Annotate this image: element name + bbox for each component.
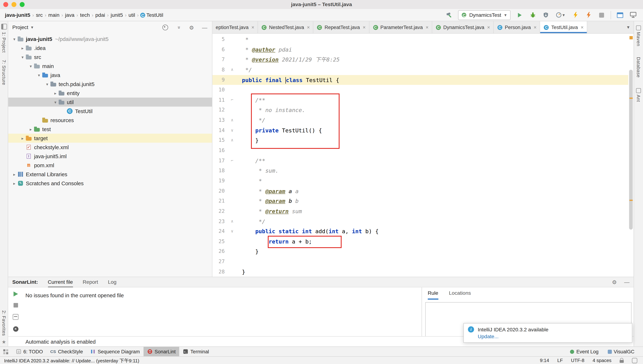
tab-rule[interactable]: Rule xyxy=(428,287,438,300)
run-button[interactable] xyxy=(516,11,524,19)
tree-item-entity[interactable]: ▸entity xyxy=(8,88,212,98)
tool-button-maven[interactable]: Maven xyxy=(636,26,641,46)
code-line-16[interactable]: 16 xyxy=(212,146,628,156)
debug-bug-icon[interactable] xyxy=(528,11,537,19)
tree-item-checkstyle-xml[interactable]: checkstyle.xml xyxy=(8,143,212,152)
breadcrumb-item-tech[interactable]: tech xyxy=(80,12,90,18)
line-separator[interactable]: LF xyxy=(557,358,563,363)
stop-analysis-icon[interactable] xyxy=(13,303,18,308)
breadcrumb-item-main[interactable]: main xyxy=(48,12,60,18)
tab-close-icon[interactable]: × xyxy=(487,24,490,30)
code-line-13[interactable]: 13∧ */ xyxy=(212,115,628,125)
hide-panel-icon[interactable]: ― xyxy=(201,24,208,31)
tool-button-database[interactable]: Database xyxy=(636,57,641,78)
favorites-star-icon[interactable]: ★ xyxy=(2,339,6,345)
breadcrumb-item-java[interactable]: java xyxy=(65,12,74,18)
editor-tab-person-java[interactable]: Person.java× xyxy=(494,21,540,33)
code-line-28[interactable]: 28} xyxy=(212,267,628,277)
tree-item-idea[interactable]: ▸.idea xyxy=(8,44,212,52)
breadcrumb-item-src[interactable]: src xyxy=(36,12,43,18)
tool-button-terminal[interactable]: Terminal xyxy=(179,347,213,356)
code-line-17[interactable]: 17⌐ /** xyxy=(212,156,628,166)
editor-tab-nestedtest-java[interactable]: NestedTest.java× xyxy=(258,21,314,33)
fold-marker-icon[interactable]: ∧ xyxy=(225,136,240,146)
tool-button-structure[interactable]: 7: Structure xyxy=(2,60,6,85)
tool-button-visualgc[interactable]: VisualGC xyxy=(604,347,638,356)
tree-item-scratches-and-consoles[interactable]: ▸Scratches and Consoles xyxy=(8,179,212,188)
tab-close-icon[interactable]: × xyxy=(534,24,536,30)
code-line-10[interactable]: 10 xyxy=(212,85,628,95)
code-line-11[interactable]: 11⌐ /** xyxy=(212,95,628,105)
status-message[interactable]: IntelliJ IDEA 2020.3.2 available: // Upd… xyxy=(0,357,139,364)
editor-scrollbar[interactable] xyxy=(628,34,634,277)
file-encoding[interactable]: UTF-8 xyxy=(571,358,584,363)
tree-expand-arrow[interactable]: ▾ xyxy=(44,82,50,86)
breadcrumb-item-util[interactable]: util xyxy=(128,12,135,18)
fold-marker-icon[interactable]: ∨ xyxy=(225,226,240,236)
tab-close-icon[interactable]: × xyxy=(426,24,428,30)
tree-item-java[interactable]: ▾java xyxy=(8,70,212,80)
tree-item-src[interactable]: ▾src xyxy=(8,52,212,62)
code-line-20[interactable]: 20 * @param a a xyxy=(212,186,628,196)
sonarlint-tab-current-file[interactable]: Current file xyxy=(48,277,73,287)
tool-button-sequence-diagram[interactable]: Sequence Diagram xyxy=(86,347,144,356)
tab-close-icon[interactable]: × xyxy=(363,24,366,30)
tool-button-favorites[interactable]: 2: Favorites xyxy=(2,310,6,336)
tool-button-event-log[interactable]: Event Log xyxy=(566,347,602,356)
tree-expand-arrow[interactable]: ▸ xyxy=(20,136,26,140)
editor-tab-eptiontest-java[interactable]: eptionTest.java× xyxy=(212,21,258,33)
tree-expand-arrow[interactable]: ▸ xyxy=(52,91,58,95)
tree-expand-arrow[interactable]: ▾ xyxy=(36,73,42,77)
profile-cpu-bolt-icon[interactable] xyxy=(571,11,579,19)
breadcrumb-item-pdai[interactable]: pdai xyxy=(96,12,105,18)
tree-item-main[interactable]: ▾main xyxy=(8,62,212,70)
editor-tab-dynamicstest-java[interactable]: DynamicsTest.java× xyxy=(432,21,494,33)
code-line-7[interactable]: 7 * @version 2021/1/29 下午8:25 xyxy=(212,55,628,65)
breadcrumb-item-java-junit5[interactable]: java-junit5 xyxy=(5,12,30,18)
profile-alloc-bolt-icon[interactable] xyxy=(584,11,592,19)
breadcrumb-item-junit5[interactable]: junit5 xyxy=(110,12,123,18)
project-tool-icon[interactable] xyxy=(1,24,7,30)
tree-item-java-junit5-iml[interactable]: java-junit5.iml xyxy=(8,152,212,161)
breadcrumb-item-testutil[interactable]: TestUtil xyxy=(146,12,163,18)
tree-item-target[interactable]: ▸target xyxy=(8,134,212,143)
sonarlint-tab-report[interactable]: Report xyxy=(83,277,98,287)
tool-button-6-todo[interactable]: 6: TODO xyxy=(12,347,46,356)
stop-button[interactable] xyxy=(598,11,606,19)
update-link[interactable]: Update... xyxy=(478,334,498,340)
tab-close-icon[interactable]: × xyxy=(581,24,584,30)
fold-marker-icon[interactable]: ∧ xyxy=(225,216,240,226)
code-line-27[interactable]: 27 xyxy=(212,257,628,267)
code-editor[interactable]: 5 *6 * @author pdai7 * @version 2021/1/2… xyxy=(212,34,634,277)
code-line-19[interactable]: 19 * xyxy=(212,176,628,186)
tree-item-pom-xml[interactable]: pom.xml xyxy=(8,161,212,170)
fold-marker-icon[interactable]: ∧ xyxy=(225,115,240,125)
scrollbar-thumb[interactable] xyxy=(629,70,633,230)
editor-tab-testutil-java[interactable]: TestUtil.java× xyxy=(540,21,587,33)
project-structure-icon[interactable] xyxy=(616,11,624,19)
notifications-icon[interactable] xyxy=(632,358,638,363)
tool-button-ant[interactable]: Ant xyxy=(636,88,641,102)
code-line-26[interactable]: 26 } xyxy=(212,246,628,257)
fold-marker-icon[interactable]: ⌐ xyxy=(225,95,240,105)
tree-item-java-junit5[interactable]: ▾java-junit5~/pdai/www/java-junit5 xyxy=(8,34,212,44)
gear-icon[interactable]: ⚙ xyxy=(188,24,195,31)
code-line-25[interactable]: 25 return a + b; xyxy=(212,236,628,246)
tree-item-util[interactable]: ▾util xyxy=(8,98,212,106)
configure-icon[interactable] xyxy=(13,314,18,320)
run-with-coverage-icon[interactable] xyxy=(542,11,550,19)
locate-file-icon[interactable] xyxy=(162,24,168,31)
code-line-9[interactable]: 9public final class TestUtil { xyxy=(212,75,628,85)
editor-tab-parametertest-java[interactable]: ParameterTest.java× xyxy=(369,21,432,33)
code-line-23[interactable]: 23∧ */ xyxy=(212,216,628,226)
code-line-12[interactable]: 12 * no instance. xyxy=(212,105,628,115)
sonarlint-tab-log[interactable]: Log xyxy=(108,277,116,287)
code-line-18[interactable]: 18 * sum. xyxy=(212,166,628,176)
tool-button-checkstyle[interactable]: CSCheckStyle xyxy=(46,347,86,356)
tool-window-switcher-icon[interactable] xyxy=(3,349,8,354)
code-line-8[interactable]: 8∧ */ xyxy=(212,65,628,75)
code-line-14[interactable]: 14∨ private TestUtil() { xyxy=(212,125,628,136)
tree-expand-arrow[interactable]: ▸ xyxy=(20,46,26,50)
code-line-5[interactable]: 5 * xyxy=(212,34,628,44)
chevron-down-icon[interactable]: ▼ xyxy=(30,26,34,30)
